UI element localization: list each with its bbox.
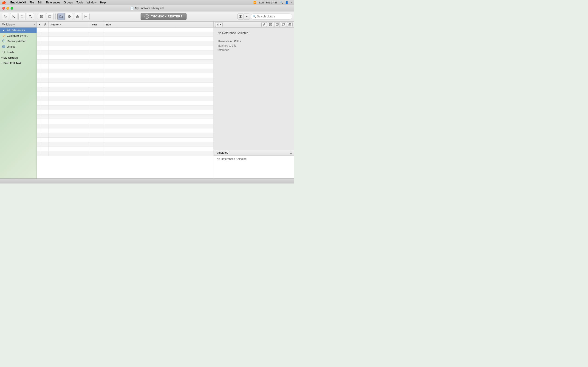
- author-sort-arrow: ▲: [60, 23, 62, 26]
- col-header-author[interactable]: Author ▲: [49, 22, 90, 27]
- pdf-button[interactable]: [82, 13, 90, 20]
- search-input[interactable]: [251, 14, 292, 19]
- view-dropdown-button[interactable]: ▾: [244, 14, 250, 19]
- menu-help[interactable]: Help: [100, 1, 106, 4]
- svg-point-17: [145, 15, 148, 18]
- tr-label: THOMSON REUTERS: [151, 15, 182, 18]
- sidebar-section-find-full-text[interactable]: ▾ Find Full Text: [0, 60, 36, 66]
- menu-file[interactable]: File: [29, 1, 34, 4]
- table-row[interactable]: [37, 124, 214, 128]
- rpanel-attach-button[interactable]: [261, 22, 267, 27]
- settings-arrow: ▾: [220, 23, 221, 26]
- rpanel-email-button[interactable]: [274, 22, 280, 27]
- svg-point-0: [13, 15, 14, 17]
- all-references-label: All References: [7, 29, 25, 32]
- table-row[interactable]: [37, 96, 214, 101]
- table-row[interactable]: [37, 128, 214, 133]
- sidebar-item-unfiled[interactable]: Unfiled: [0, 44, 36, 50]
- table-row[interactable]: [37, 37, 214, 41]
- import-button[interactable]: [38, 13, 45, 20]
- table-row[interactable]: [37, 151, 214, 156]
- no-pdf-text: There are no PDFs attached to this refer…: [217, 39, 241, 52]
- table-row[interactable]: [37, 64, 214, 69]
- sidebar-item-all-references[interactable]: ● All References: [0, 27, 36, 33]
- rpanel-settings-button[interactable]: ▾: [215, 22, 223, 27]
- view-split-button[interactable]: [237, 14, 243, 19]
- sidebar-item-recently-added[interactable]: Recently Added: [0, 39, 36, 44]
- table-row[interactable]: [37, 78, 214, 83]
- menu-references[interactable]: References: [46, 1, 60, 4]
- minimize-button[interactable]: [6, 7, 9, 10]
- notification-button[interactable]: [18, 13, 26, 20]
- table-row[interactable]: [37, 138, 214, 142]
- col-header-attach[interactable]: [42, 22, 49, 27]
- menubar: 🍎 EndNote X8 File Edit References Groups…: [0, 0, 294, 5]
- table-row[interactable]: [37, 142, 214, 147]
- svg-rect-19: [241, 15, 242, 18]
- table-row[interactable]: [37, 83, 214, 87]
- table-row[interactable]: [37, 147, 214, 151]
- add-author-button[interactable]: [10, 13, 17, 20]
- library-selector[interactable]: My Library ▾: [0, 22, 36, 27]
- export-button[interactable]: [46, 13, 53, 20]
- menu-extras-icon[interactable]: ≡: [291, 1, 292, 4]
- col-header-dot[interactable]: ●: [37, 22, 42, 27]
- table-row[interactable]: [37, 106, 214, 110]
- toolbar-separator-1: [36, 14, 36, 19]
- col-header-year[interactable]: Year: [90, 22, 104, 27]
- user-icon: 👤: [285, 1, 288, 4]
- table-row[interactable]: [37, 41, 214, 46]
- menu-edit[interactable]: Edit: [38, 1, 43, 4]
- menubar-right: 📶 51% Mié 17:25 🔍 👤 ≡: [253, 1, 292, 4]
- table-row[interactable]: [37, 115, 214, 119]
- table-row[interactable]: [37, 50, 214, 55]
- search-wrapper[interactable]: 🔍: [251, 14, 292, 19]
- find-button[interactable]: [27, 13, 34, 20]
- rpanel-copy-ref-button[interactable]: [281, 22, 286, 27]
- table-row[interactable]: [37, 110, 214, 115]
- maximize-button[interactable]: [10, 7, 13, 10]
- table-row[interactable]: [37, 92, 214, 96]
- table-row[interactable]: [37, 46, 214, 50]
- rpanel-paste-ref-button[interactable]: [287, 22, 293, 27]
- recently-added-label: Recently Added: [7, 40, 26, 43]
- table-row[interactable]: [37, 32, 214, 37]
- menu-window[interactable]: Window: [86, 1, 96, 4]
- svg-rect-18: [239, 15, 241, 18]
- sidebar-item-configure-sync[interactable]: ⟳ Configure Sync...: [0, 33, 36, 39]
- annotated-label: Annotated: [216, 151, 289, 154]
- annotated-stepper[interactable]: ▲ ▼: [290, 150, 292, 155]
- table-row[interactable]: [37, 119, 214, 124]
- new-group-button[interactable]: [57, 13, 65, 20]
- table-row[interactable]: [37, 87, 214, 92]
- menu-endnote[interactable]: EndNote X8: [10, 1, 26, 4]
- title-text: My EndNote Library.enl: [135, 7, 164, 10]
- sync-button[interactable]: ↻: [2, 13, 9, 20]
- table-row[interactable]: [37, 55, 214, 60]
- apple-menu[interactable]: 🍎: [2, 1, 6, 4]
- table-row[interactable]: [37, 27, 214, 32]
- title-label: Title: [106, 23, 111, 26]
- table-row[interactable]: [37, 73, 214, 78]
- references-list[interactable]: [37, 27, 214, 178]
- close-button[interactable]: [2, 7, 5, 10]
- window-controls[interactable]: [2, 7, 13, 10]
- annotated-selector[interactable]: Annotated ▲ ▼: [214, 150, 294, 156]
- table-row[interactable]: [37, 101, 214, 106]
- col-header-title[interactable]: Title: [104, 22, 214, 27]
- sidebar-section-my-groups[interactable]: ▾ My Groups: [0, 55, 36, 60]
- my-groups-arrow: ▾: [1, 57, 2, 59]
- table-row[interactable]: [37, 69, 214, 73]
- trash-icon: [2, 50, 6, 54]
- spotlight-icon[interactable]: 🔍: [280, 1, 283, 4]
- menu-tools[interactable]: Tools: [77, 1, 83, 4]
- thomson-reuters-button[interactable]: THOMSON REUTERS: [141, 13, 186, 20]
- sidebar-item-trash[interactable]: Trash: [0, 50, 36, 55]
- online-search-button[interactable]: [66, 13, 73, 20]
- table-row[interactable]: [37, 133, 214, 138]
- rpanel-new-ref-button[interactable]: [268, 22, 273, 27]
- configure-sync-label: Configure Sync...: [7, 34, 28, 37]
- share-button[interactable]: [74, 13, 81, 20]
- table-row[interactable]: [37, 60, 214, 64]
- menu-groups[interactable]: Groups: [64, 1, 73, 4]
